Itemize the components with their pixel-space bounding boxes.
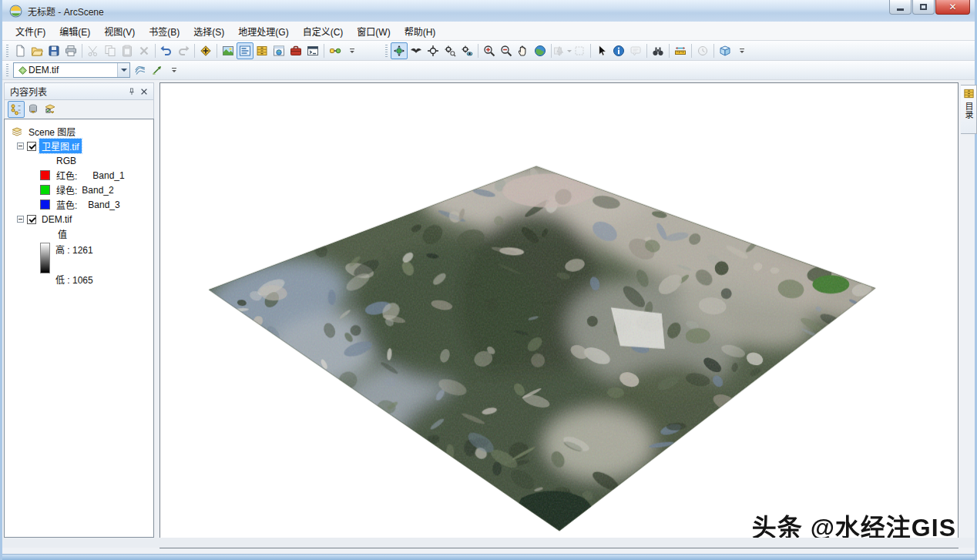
collapse-expander[interactable] xyxy=(17,216,24,223)
visibility-layers-icon xyxy=(44,103,56,116)
undo-arrow-icon xyxy=(160,45,173,57)
list-by-visibility-button[interactable] xyxy=(42,101,59,118)
toolbar-separator xyxy=(82,44,82,58)
modelbuilder-button[interactable] xyxy=(327,42,344,59)
toolbar-separator xyxy=(669,44,670,58)
catalog-window-button[interactable] xyxy=(253,42,270,59)
copy-pages-icon xyxy=(104,45,116,57)
toolbar-separator xyxy=(324,44,324,58)
interpolate-contour-button[interactable] xyxy=(132,62,149,79)
chevron-down-icon xyxy=(121,69,127,75)
clock-icon xyxy=(697,45,709,57)
3d-terrain-scene[interactable] xyxy=(160,83,958,548)
menu-selection[interactable]: 选择(S) xyxy=(186,22,231,40)
zoom-in-magnifier-icon xyxy=(483,45,495,57)
catalog-dock-tab[interactable]: 目录 xyxy=(961,85,977,134)
center-on-target-button[interactable] xyxy=(425,42,441,59)
print-button[interactable] xyxy=(62,42,79,59)
menu-window[interactable]: 窗口(W) xyxy=(350,22,397,40)
menu-geoprocessing[interactable]: 地理处理(G) xyxy=(231,22,295,40)
menu-view[interactable]: 视图(V) xyxy=(97,22,142,40)
dem-layer-checkbox[interactable] xyxy=(27,215,36,224)
toolbar-grip[interactable] xyxy=(385,45,388,57)
window-bottom-frame xyxy=(2,554,975,560)
analyst-toolbar: DEM.tif xyxy=(2,61,185,79)
menu-help[interactable]: 帮助(H) xyxy=(398,22,443,40)
add-data-button[interactable] xyxy=(197,42,214,59)
find-button[interactable] xyxy=(650,42,666,59)
dem-legend: 高 : 1261 低 : 1065 xyxy=(40,243,153,286)
open-button[interactable] xyxy=(29,42,45,59)
python-window-button[interactable] xyxy=(304,42,321,59)
collapse-expander[interactable] xyxy=(17,143,24,149)
menu-file[interactable]: 文件(F) xyxy=(8,22,52,40)
zoom-out-button[interactable] xyxy=(498,42,515,59)
catalog-drawers-icon xyxy=(963,88,975,99)
zoom-to-target-button[interactable] xyxy=(441,42,458,59)
printer-icon xyxy=(65,45,77,57)
set-observer-button[interactable] xyxy=(458,42,475,59)
list-by-source-button[interactable] xyxy=(25,101,42,118)
pin-button[interactable] xyxy=(126,86,138,97)
minimize-button[interactable] xyxy=(889,0,912,15)
table-of-contents-button[interactable] xyxy=(237,42,253,59)
close-button[interactable]: ✕ xyxy=(935,0,970,15)
measure-ruler-icon xyxy=(674,45,687,57)
steepest-path-button[interactable] xyxy=(149,62,166,79)
full-extent-button[interactable] xyxy=(532,42,549,59)
menu-edit[interactable]: 编辑(E) xyxy=(52,22,97,40)
menu-customize[interactable]: 自定义(C) xyxy=(296,22,351,40)
add-data-diamond-icon xyxy=(200,45,212,57)
observer-target-icon xyxy=(461,45,473,57)
pan-hand-icon xyxy=(517,45,529,57)
catalog-drawers-icon xyxy=(256,45,268,57)
scene-layers-root[interactable]: Scene 图层 xyxy=(5,124,153,139)
red-band-swatch xyxy=(40,170,50,180)
save-button[interactable] xyxy=(45,42,62,59)
satellite-layer-name[interactable]: 卫星图.tif xyxy=(39,139,82,153)
window-titlebar[interactable]: 无标题 - ArcScene ✕ xyxy=(2,0,975,22)
toolbar-grip[interactable] xyxy=(6,45,8,57)
menu-bookmarks[interactable]: 书签(B) xyxy=(142,22,186,40)
toolbar-grip[interactable] xyxy=(6,64,8,76)
search-window-button[interactable] xyxy=(270,42,287,59)
window-title: 无标题 - ArcScene xyxy=(28,5,104,18)
toc-panel: 内容列表 Scene 图层 xyxy=(4,82,154,538)
fly-bird-icon xyxy=(410,45,422,57)
dem-layer-name[interactable]: DEM.tif xyxy=(39,213,74,226)
minimize-icon xyxy=(897,8,904,11)
draw-order-tree-icon xyxy=(10,103,22,116)
combo-dropdown-button[interactable] xyxy=(117,63,129,77)
scene-viewport[interactable]: 头条 @水经注GIS xyxy=(159,82,959,548)
dem-color-ramp xyxy=(40,243,50,273)
scene-properties-button[interactable] xyxy=(717,42,734,59)
toc-title: 内容列表 xyxy=(10,85,126,98)
new-document-icon xyxy=(14,45,26,57)
landscape-image-icon xyxy=(222,45,234,57)
animation-button xyxy=(694,42,711,59)
work-area: 内容列表 Scene 图层 xyxy=(2,80,975,554)
toolbar-options-button[interactable] xyxy=(344,42,361,59)
undo-button[interactable] xyxy=(158,42,175,59)
layer-select-combo[interactable]: DEM.tif xyxy=(13,62,130,78)
toolbar-options-button[interactable] xyxy=(166,62,183,79)
select-elements-button[interactable] xyxy=(593,42,610,59)
satellite-layer-checkbox[interactable] xyxy=(27,142,36,151)
list-by-drawing-order-button[interactable] xyxy=(8,101,25,118)
panel-close-button[interactable] xyxy=(138,86,150,97)
new-scene-button[interactable] xyxy=(12,42,29,59)
maximize-button[interactable] xyxy=(912,0,935,15)
toolbar-options-button[interactable] xyxy=(734,42,750,59)
fly-button[interactable] xyxy=(408,42,425,59)
maximize-icon xyxy=(920,4,927,10)
measure-button[interactable] xyxy=(672,42,689,59)
close-icon: ✕ xyxy=(948,2,956,12)
navigate-button[interactable] xyxy=(391,42,408,59)
toolbar-separator xyxy=(646,44,647,58)
scene-thumbnail-button[interactable] xyxy=(220,42,237,59)
pan-button[interactable] xyxy=(515,42,532,59)
arctoolbox-button[interactable] xyxy=(287,42,304,59)
arcscene-logo-icon xyxy=(9,5,22,18)
zoom-in-button[interactable] xyxy=(481,42,498,59)
identify-button[interactable] xyxy=(610,42,627,59)
